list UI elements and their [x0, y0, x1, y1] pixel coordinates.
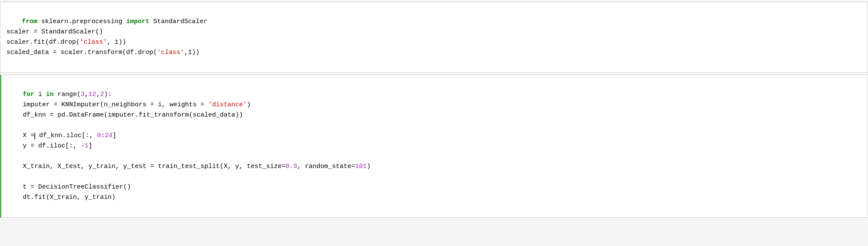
notebook-container: from sklearn.preprocessing import Standa…: [0, 2, 868, 218]
line3-dfknn: df_knn = pd.DataFrame(imputer.fit_transf…: [7, 111, 243, 119]
line3: scaler.fit(df.drop('class', 1)): [6, 39, 126, 46]
line7-dtc: t = DecisionTreeClassifier(): [7, 183, 131, 191]
line2: scaler = StandardScaler(): [6, 28, 103, 36]
kw-from: from: [22, 18, 37, 25]
line-blank2: [7, 153, 11, 160]
line4: scaled_data = scaler.transform(df.drop('…: [6, 49, 200, 56]
class-name: StandardScaler: [149, 18, 207, 25]
line-blank3: [7, 173, 11, 180]
module-name: sklearn.preprocessing: [37, 18, 126, 25]
line8-fit: dt.fit(X_train, y_train): [7, 194, 115, 201]
code-cell-2[interactable]: for i in range(3,12,2): imputer = KNNImp…: [0, 75, 868, 218]
line4-x: X = df_knn.iloc[:, 0:24]: [7, 132, 116, 139]
line2-imputer: imputer = KNNImputer(n_neighbors = i, we…: [7, 101, 251, 108]
line1: from sklearn.preprocessing import Standa…: [22, 18, 207, 25]
code-cell-1[interactable]: from sklearn.preprocessing import Standa…: [0, 2, 868, 73]
kw-import: import: [126, 18, 149, 25]
line-blank1: [7, 122, 11, 129]
line1-for: for i in range(3,12,2):: [23, 91, 112, 98]
line5-y: y = df.iloc[:, -1]: [7, 142, 92, 150]
line6-split: X_train, X_test, y_train, y_test = train…: [7, 163, 370, 170]
